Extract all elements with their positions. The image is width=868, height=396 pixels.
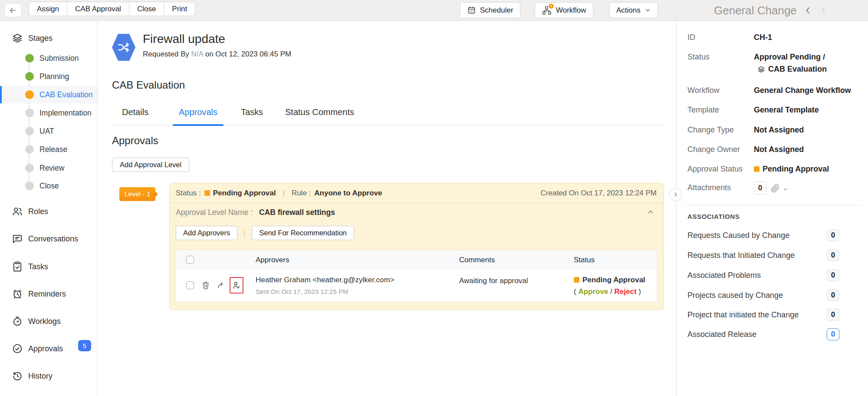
approve-link[interactable]: Approve [578,287,608,296]
collapse-level-icon[interactable] [646,208,655,216]
sidebar-item-reminders[interactable]: Reminders [0,285,97,303]
sidebar-item-label: Tasks [28,262,48,271]
association-label: Requests that Initiated Change [687,249,795,261]
approval-actions: ( Approve / Reject ) [574,287,641,296]
stage-dot [25,127,34,135]
row-checkbox[interactable] [186,281,194,289]
requested-by-label: Requested By [143,50,189,58]
association-label: Project that initiated the Change [687,309,799,321]
workflow-button[interactable]: Workflow [535,2,593,18]
column-approvers: Approvers [256,251,289,269]
association-label: Projects caused by Change [687,289,783,301]
stage-item-implementation[interactable]: Implementation [0,104,97,122]
divider [684,205,860,205]
main-content: Firewall update Requested By N/A on Oct … [98,21,676,396]
stage-item-submission[interactable]: Submission [0,50,97,67]
sidebar-item-roles[interactable]: Roles [0,203,97,220]
approver-row: Heather Graham <heather.g@zylker.com> Se… [176,269,657,301]
shuffle-icon [117,40,131,54]
request-subtitle: Requested By N/A on Oct 12, 2023 06:45 P… [143,50,291,59]
association-count-badge[interactable]: 0 [827,309,839,321]
field-label-change-type: Change Type [687,125,734,135]
tab-status-comments[interactable]: Status Comments [285,99,354,125]
delete-icon[interactable] [201,280,210,290]
reject-link[interactable]: Reject [615,287,637,296]
association-label: Associated Release [687,328,756,340]
send-for-recommendation-button[interactable]: Send For Recommendation [252,226,354,240]
calendar-icon [467,6,476,15]
add-approval-level-button[interactable]: Add Approval Level [112,158,189,172]
approver-name: Heather Graham <heather.g@zylker.com> [256,276,395,284]
close-button[interactable]: Close [129,2,164,16]
stages-header: Stages [12,33,53,44]
sidebar-item-label: Roles [28,207,48,216]
field-label-approval-status: Approval Status [687,165,743,174]
association-row: Requests Caused by Change 0 [677,229,868,241]
history-icon [12,370,23,382]
print-button[interactable]: Print [164,2,195,16]
actions-dropdown[interactable]: Actions [609,2,658,18]
stage-item-release[interactable]: Release [0,141,97,158]
approval-level-name-label: Approval Level Name : [176,208,253,217]
stage-item-cab-evaluation[interactable]: CAB Evaluation [0,86,97,103]
tab-approvals[interactable]: Approvals [179,99,217,125]
association-count-badge[interactable]: 0 [827,249,839,261]
add-approvers-button[interactable]: Add Approvers [176,226,237,240]
association-count-badge-highlighted[interactable]: 0 [827,328,839,340]
stage-dot [25,109,34,117]
field-label-status: Status [687,53,710,62]
select-all-checkbox[interactable] [186,256,194,264]
take-approval-action-icon[interactable] [230,277,243,294]
cab-approval-button[interactable]: CAB Approval [67,2,129,16]
stage-label: Review [39,164,64,173]
previous-record-icon[interactable] [803,6,812,15]
association-count-badge[interactable]: 0 [827,269,839,281]
stage-dot [25,145,34,154]
association-label: Requests Caused by Change [687,229,789,241]
sidebar-item-history[interactable]: History [0,367,97,385]
back-button[interactable] [4,3,22,17]
field-value-template: General Template [754,106,819,115]
pending-status-square-icon [754,166,760,172]
workflow-clock-badge [549,3,554,9]
field-label-template: Template [687,106,719,115]
stage-item-review[interactable]: Review [0,159,97,177]
approvals-count-badge: 5 [78,340,91,351]
association-count-badge[interactable]: 0 [827,289,839,301]
request-title: Firewall update [143,32,225,46]
association-count-badge[interactable]: 0 [827,229,839,241]
sidebar-item-tasks[interactable]: Tasks [0,258,97,275]
tab-details[interactable]: Details [122,99,148,125]
rule-label: Rule : [292,189,311,198]
page-title: General Change [714,4,797,17]
layers-icon [12,33,23,44]
scheduler-button[interactable]: Scheduler [460,2,520,18]
next-record-icon[interactable] [819,6,828,15]
panel-collapse-handle[interactable] [669,188,682,201]
forward-icon[interactable] [217,280,226,290]
level-actions: Add Approvers Send For Recommendation [176,226,354,240]
assign-button[interactable]: Assign [29,2,67,16]
association-row: Requests that Initiated Change 0 [677,249,868,261]
stages-label: Stages [28,34,53,43]
stage-label: Submission [39,54,79,63]
paperclip-icon[interactable] [771,184,780,193]
stage-heading: CAB Evaluation [112,79,185,91]
sidebar-item-conversations[interactable]: Conversations [0,230,97,248]
association-row: Associated Problems 0 [677,269,868,281]
requested-on: on Oct 12, 2023 06:45 PM [205,50,291,58]
chevron-down-icon[interactable] [783,186,789,192]
sidebar-item-worklogs[interactable]: Worklogs [0,313,97,330]
field-value-change-owner: Not Assigned [754,145,804,154]
back-arrow-icon [9,6,17,15]
requested-by-value: N/A [191,50,203,58]
field-label-attachments: Attachments [687,183,731,192]
rule-value: Anyone to Approve [314,189,382,198]
stage-item-uat[interactable]: UAT [0,122,97,140]
approval-level-badge: Level - 1 [119,187,155,201]
stage-item-planning[interactable]: Planning [0,68,97,85]
tab-tasks[interactable]: Tasks [241,99,263,125]
sidebar-item-label: History [28,372,53,381]
stopwatch-icon [12,316,23,327]
stage-item-close[interactable]: Close [0,177,97,195]
